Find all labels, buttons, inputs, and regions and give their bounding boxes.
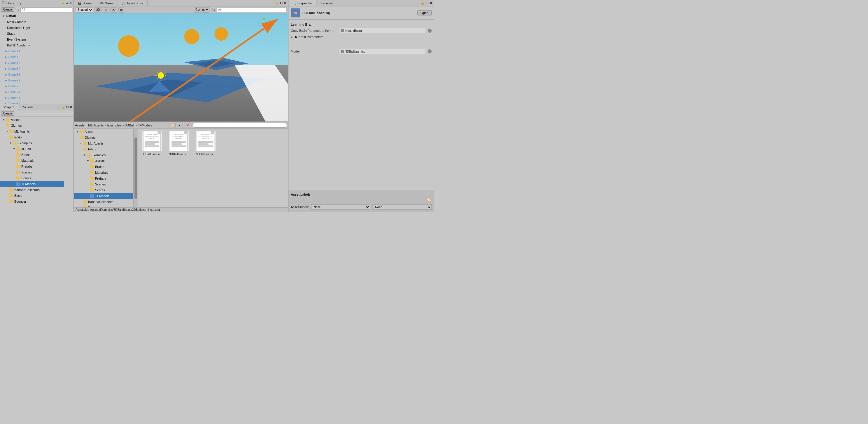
- open-button[interactable]: Open: [417, 10, 432, 16]
- tree-item-scripts[interactable]: Scripts: [0, 175, 64, 181]
- scene-tab-assetstore[interactable]: 🛒 Asset Store: [118, 0, 148, 6]
- scene-maximize[interactable]: ⊡: [280, 1, 283, 5]
- hierarchy-item-game12[interactable]: ▶ Game12: [0, 54, 73, 60]
- hierarchy-close[interactable]: ✕: [69, 1, 72, 5]
- scene-view[interactable]: ‹ Persp X Y Z: [74, 13, 288, 121]
- asset-status-bar: Assets/ML-Agents/Examples/3DBall/Brains/…: [74, 207, 288, 212]
- light-button[interactable]: ☀: [103, 7, 109, 12]
- asset-tree-editor[interactable]: Editor: [74, 146, 133, 152]
- asset-tree-tfmodels[interactable]: TFModels: [74, 193, 133, 199]
- scene-toolbar: Shaded 2D ☀ 🔊 ⊞ Gizmos ▾ 🔍: [74, 6, 288, 13]
- audio-button[interactable]: 🔊: [110, 7, 117, 12]
- tree-item-assets[interactable]: ▼ Assets: [0, 117, 64, 123]
- hierarchy-root-item[interactable]: ▼ 3DBall: [0, 13, 73, 19]
- tree-item-brains[interactable]: Brains: [0, 152, 64, 158]
- asset-tree-materials[interactable]: Materials: [74, 170, 133, 175]
- hierarchy-item-game21[interactable]: ▶ Game21: [0, 72, 73, 77]
- asset-tree-gizmos[interactable]: Gizmos: [74, 135, 133, 140]
- 2d-button[interactable]: 2D: [94, 7, 102, 12]
- asset-tree-prefabs[interactable]: Prefabs: [74, 175, 133, 181]
- hierarchy-item-stage[interactable]: Stage: [0, 31, 73, 36]
- hierarchy-item-game31[interactable]: ▶ Game31: [0, 95, 73, 101]
- asset-tree-scenes[interactable]: Scenes: [74, 181, 133, 187]
- hierarchy-item-game24[interactable]: ▶ Game24: [0, 89, 73, 95]
- asset-file-1[interactable]: Neque porro quisquam est qui dolorem. 3D…: [140, 131, 164, 156]
- effects-button[interactable]: ⊞: [118, 7, 124, 12]
- hierarchy-item-main-camera[interactable]: Main Camera: [0, 19, 73, 25]
- asset-tree-bananacollectors[interactable]: BananaCollectors: [74, 199, 133, 205]
- asset-bundle-select-1[interactable]: None: [311, 204, 370, 210]
- tree-item-mlagents[interactable]: ▼ ML-Agents: [0, 129, 64, 134]
- project-maximize[interactable]: ⊡: [66, 106, 68, 109]
- asset-tree-3dball[interactable]: ▼ 3DBall: [74, 158, 133, 164]
- scene-tab-scene[interactable]: 🎬 Scene: [74, 0, 96, 6]
- model-settings-icon[interactable]: [428, 49, 432, 53]
- svg-point-42: [268, 27, 270, 29]
- tree-item-gizmos[interactable]: Gizmos: [0, 123, 64, 129]
- inspector-asset-title: 3DBallLearning: [303, 11, 330, 15]
- brain-params-arrow[interactable]: ▶: [291, 36, 293, 38]
- tree-item-3dball[interactable]: ▼ 3DBall: [0, 146, 64, 152]
- gizmos-button[interactable]: Gizmos ▾: [194, 7, 209, 12]
- tab-project[interactable]: Project: [0, 104, 18, 110]
- tree-item-examples[interactable]: ▼ Examples: [0, 140, 64, 146]
- tree-item-tfmodels[interactable]: TFModels: [0, 181, 64, 187]
- scene-tab-game[interactable]: 🎮 Game: [96, 0, 118, 6]
- project-close[interactable]: ✕: [70, 105, 72, 109]
- project-create-button[interactable]: Create: [1, 111, 14, 116]
- inspector-lock[interactable]: 🔒: [421, 1, 425, 5]
- tree-item-scenes[interactable]: Scenes: [0, 169, 64, 175]
- hierarchy-item-ball3dacademy[interactable]: Ball3DAcademy: [0, 43, 73, 48]
- asset-search-input[interactable]: [192, 123, 287, 128]
- hierarchy-maximize[interactable]: ⊡: [66, 1, 68, 5]
- hierarchy-item-directional-light[interactable]: Directional Light: [0, 25, 73, 31]
- hierarchy-item-game14[interactable]: ▶ Game14: [0, 66, 73, 72]
- tree-item-editor[interactable]: Editor: [0, 134, 64, 140]
- asset-folder-button[interactable]: 📁: [168, 123, 176, 128]
- asset-pin-button[interactable]: 📌: [184, 123, 191, 128]
- asset-tree-brains[interactable]: Brains: [74, 164, 133, 170]
- hierarchy-search-input[interactable]: [21, 7, 72, 12]
- shading-dropdown[interactable]: Shaded: [75, 7, 93, 12]
- hierarchy-item-game23[interactable]: ▶ Game23: [0, 83, 73, 89]
- asset-file-2[interactable]: Neque porro quisquam est qui dolorem. 3D…: [167, 131, 190, 156]
- tree-item-materials[interactable]: Materials: [0, 158, 64, 164]
- hierarchy-create-button[interactable]: Create: [1, 7, 14, 12]
- inspector-maximize[interactable]: ⊡: [426, 1, 429, 5]
- brain-params-row[interactable]: ▶ ▶ Brain Parameters: [291, 34, 432, 40]
- tree-item-basic[interactable]: Basic: [0, 193, 64, 199]
- asset-thumbnail: 🧠: [291, 8, 300, 18]
- asset-tree-assets[interactable]: ▼ Assets: [74, 129, 133, 135]
- hierarchy-item-game22[interactable]: ▶ Game22: [0, 77, 73, 83]
- hierarchy-item-game11[interactable]: ▶ Game11: [0, 48, 73, 54]
- hierarchy-item-eventsystem[interactable]: EventSystem: [0, 36, 73, 43]
- asset-tree-examples[interactable]: ▼ Examples: [74, 152, 133, 158]
- asset-label-tag-icon[interactable]: 🏷️: [426, 197, 432, 203]
- tree-item-bananacollectors[interactable]: BananaCollectors: [0, 187, 64, 193]
- tree-item-prefabs[interactable]: Prefabs: [0, 164, 64, 169]
- tab-inspector[interactable]: 🔍 Inspector: [288, 0, 316, 6]
- project-pin[interactable]: 🔒: [62, 106, 65, 109]
- asset-bundle-label: AssetBundle: [291, 205, 309, 209]
- scene-search-input[interactable]: [217, 8, 286, 12]
- asset-file-3[interactable]: Neque porro quisquam est qui dolorem. 3D…: [194, 131, 217, 156]
- hierarchy-pin[interactable]: 🔒: [61, 1, 64, 5]
- tree-scrollbar[interactable]: [133, 129, 138, 207]
- asset-star-button[interactable]: ★: [177, 123, 183, 128]
- model-value[interactable]: 3DBallLearning: [340, 49, 425, 54]
- copy-brain-settings-icon[interactable]: [428, 29, 432, 33]
- scene-close[interactable]: ✕: [284, 1, 286, 5]
- scene-pin[interactable]: 🔒: [276, 2, 279, 5]
- tab-console[interactable]: Console: [18, 104, 37, 110]
- asset-bundle-select-2[interactable]: None: [372, 204, 432, 210]
- asset-tree-scripts[interactable]: Scripts: [74, 187, 133, 193]
- hierarchy-item-game13[interactable]: ▶ Game13: [0, 60, 73, 66]
- inspector-close[interactable]: ✕: [430, 1, 432, 5]
- asset-tree-mlagents[interactable]: ▼ ML-Agents: [74, 140, 133, 146]
- asset-tree-basic[interactable]: Basic: [74, 205, 133, 207]
- copy-brain-value[interactable]: None (Brain): [340, 28, 425, 33]
- hierarchy-list: ▼ 3DBall Main Camera Directional Light S…: [0, 13, 73, 118]
- tab-services[interactable]: Services: [316, 0, 337, 6]
- tree-item-bouncer[interactable]: Bouncer: [0, 199, 64, 204]
- inspector-header: 🧠 3DBallLearning Open: [288, 6, 434, 20]
